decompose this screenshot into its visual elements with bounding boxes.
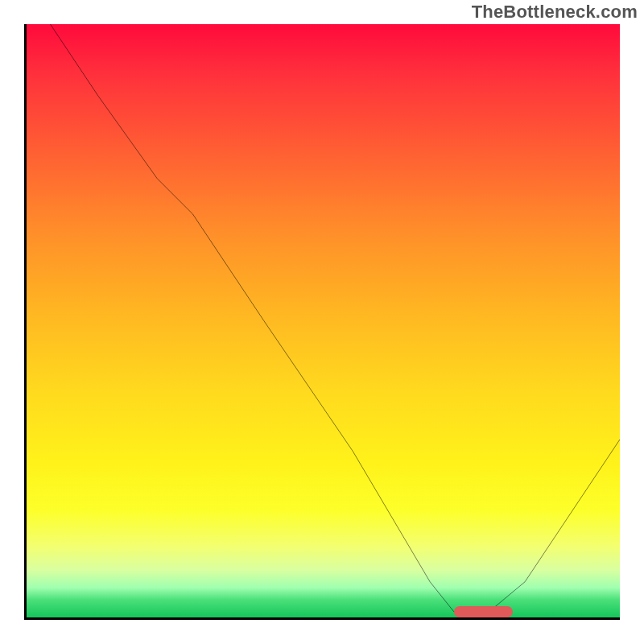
optimal-range-marker xyxy=(454,606,514,617)
bottleneck-curve xyxy=(27,24,620,617)
plot-area xyxy=(24,24,620,620)
watermark-text: TheBottleneck.com xyxy=(472,2,638,23)
